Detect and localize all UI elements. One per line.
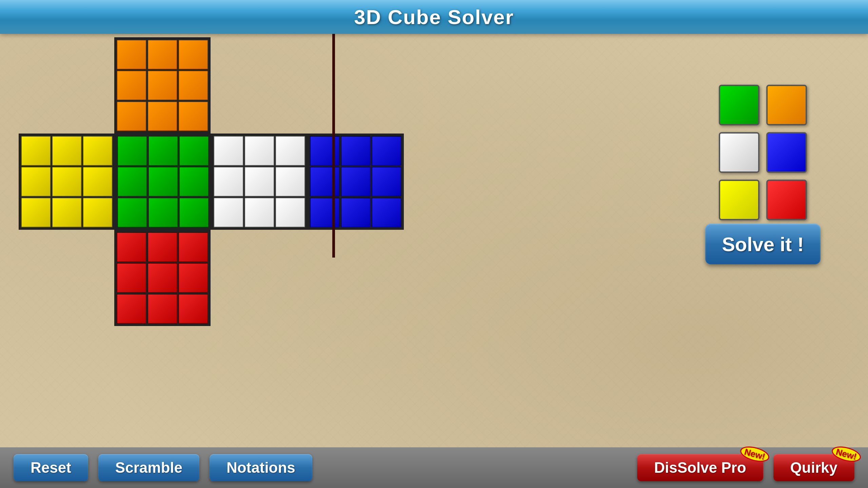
solve-button[interactable]: Solve it ! [705,224,821,264]
face-far-right-cell[interactable] [310,136,340,166]
face-bottom-cell[interactable] [117,263,146,293]
face-right-cell[interactable] [214,167,243,197]
face-top[interactable] [114,37,211,134]
face-right-cell[interactable] [214,136,243,166]
face-front-cell[interactable] [117,136,147,166]
face-bottom-cell[interactable] [117,232,146,262]
cube-row-top [19,37,404,134]
quirky-button[interactable]: Quirky New! [773,454,854,481]
face-front-cell[interactable] [117,167,147,197]
face-left-cell[interactable] [52,167,82,197]
face-front-cell[interactable] [179,136,209,166]
swatch-red[interactable] [766,180,807,220]
face-left-cell[interactable] [21,167,51,197]
cube-cross [19,37,404,326]
face-far-right-cell[interactable] [310,198,340,227]
face-bottom-cell[interactable] [147,294,177,324]
face-far-right-cell[interactable] [310,167,340,197]
face-right-cell[interactable] [244,198,274,227]
cube-row-middle [19,134,404,230]
face-right-cell[interactable] [244,167,274,197]
swatch-white[interactable] [719,132,760,173]
face-front-cell[interactable] [148,198,178,227]
face-top-cell[interactable] [178,40,208,69]
face-front-cell[interactable] [117,198,147,227]
face-bottom-cell[interactable] [117,294,146,324]
face-front-cell[interactable] [179,167,209,197]
face-front-cell[interactable] [179,198,209,227]
face-top-cell[interactable] [117,70,146,100]
color-palette [719,85,807,220]
face-left-cell[interactable] [21,198,51,227]
face-front-cell[interactable] [148,167,178,197]
swatch-green[interactable] [719,85,760,125]
face-top-cell[interactable] [147,70,177,100]
face-far-right-cell[interactable] [341,167,371,197]
face-far-right-cell[interactable] [341,136,371,166]
face-right-cell[interactable] [275,136,305,166]
face-top-cell[interactable] [178,101,208,131]
face-left-cell[interactable] [83,198,113,227]
cube-row-bottom [19,230,404,326]
face-bottom[interactable] [114,230,211,326]
vertical-divider [332,34,335,258]
face-left-cell[interactable] [21,136,51,166]
header-bar: 3D Cube Solver [0,0,868,34]
face-left-cell[interactable] [83,167,113,197]
face-left-cell[interactable] [52,198,82,227]
face-right-cell[interactable] [244,136,274,166]
reset-button[interactable]: Reset [14,454,88,481]
face-far-right-cell[interactable] [372,167,401,197]
face-front-cell[interactable] [148,136,178,166]
face-top-cell[interactable] [147,101,177,131]
swatch-orange[interactable] [766,85,807,125]
face-top-cell[interactable] [178,70,208,100]
face-right-cell[interactable] [275,167,305,197]
bottom-bar: Reset Scramble Notations DisSolve Pro Ne… [0,447,868,488]
face-right[interactable] [211,134,308,230]
face-front[interactable] [115,134,211,230]
face-top-cell[interactable] [117,101,146,131]
face-bottom-cell[interactable] [147,263,177,293]
face-top-cell[interactable] [147,40,177,69]
scramble-button[interactable]: Scramble [98,454,199,481]
app-title: 3D Cube Solver [354,5,514,29]
dissolve-pro-button[interactable]: DisSolve Pro New! [637,454,763,481]
face-top-cell[interactable] [117,40,146,69]
face-left[interactable] [19,134,115,230]
notations-button[interactable]: Notations [210,454,312,481]
face-bottom-cell[interactable] [178,294,208,324]
face-far-right-cell[interactable] [341,198,371,227]
face-left-cell[interactable] [83,136,113,166]
face-far-right-cell[interactable] [372,136,401,166]
face-far-right[interactable] [308,134,404,230]
face-bottom-cell[interactable] [178,232,208,262]
face-left-cell[interactable] [52,136,82,166]
face-far-right-cell[interactable] [372,198,401,227]
swatch-blue[interactable] [766,132,807,173]
face-bottom-cell[interactable] [147,232,177,262]
swatch-yellow[interactable] [719,180,760,220]
face-right-cell[interactable] [214,198,243,227]
face-right-cell[interactable] [275,198,305,227]
face-bottom-cell[interactable] [178,263,208,293]
